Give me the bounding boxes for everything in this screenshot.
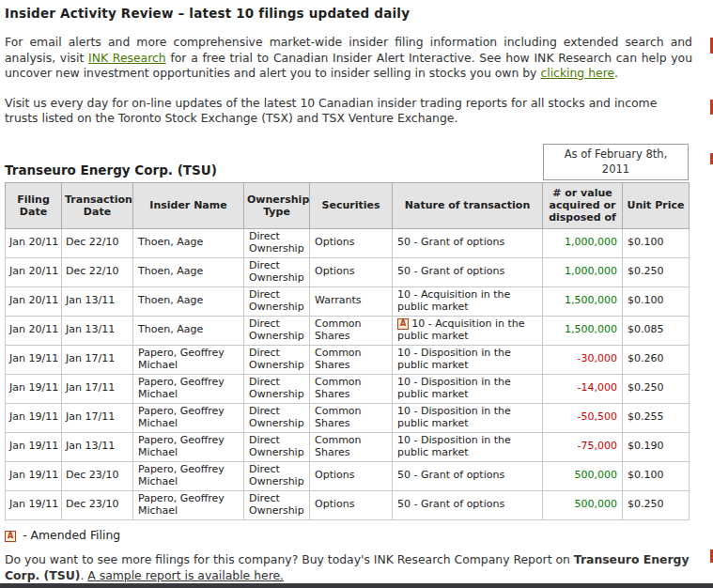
cell-transaction-date: Dec 22/10 bbox=[62, 257, 133, 286]
cell-unit-price: $0.100 bbox=[623, 228, 690, 257]
cell-securities: Common Shares bbox=[310, 316, 393, 345]
table-row: Jan 20/11 Jan 13/11 Thoen, Aage Direct O… bbox=[6, 286, 690, 316]
nature-text: 50 - Grant of options bbox=[397, 498, 504, 510]
cell-filing-date: Jan 19/11 bbox=[6, 374, 62, 403]
cell-ownership-type: Direct Ownership bbox=[244, 228, 310, 257]
cell-insider-name: Thoen, Aage bbox=[133, 257, 244, 286]
cell-unit-price: $0.255 bbox=[623, 403, 690, 432]
column-header: Ownership Type bbox=[244, 183, 310, 229]
cell-amount: 1,000,000 bbox=[543, 257, 623, 286]
sample-report-link[interactable]: A sample report is available here. bbox=[87, 568, 284, 582]
cell-ownership-type: Direct Ownership bbox=[244, 345, 310, 374]
cell-unit-price: $0.100 bbox=[623, 461, 690, 490]
cell-ownership-type: Direct Ownership bbox=[244, 490, 310, 519]
cell-transaction-date: Dec 22/10 bbox=[62, 228, 133, 257]
table-row: Jan 19/11 Dec 23/10 Papero, Geoffrey Mic… bbox=[6, 490, 690, 519]
cell-transaction-date: Jan 17/11 bbox=[62, 403, 133, 432]
cell-ownership-type: Direct Ownership bbox=[244, 316, 310, 345]
table-row: Jan 19/11 Jan 17/11 Papero, Geoffrey Mic… bbox=[6, 403, 690, 432]
cell-securities: Common Shares bbox=[310, 403, 393, 432]
cell-filing-date: Jan 20/11 bbox=[6, 286, 62, 316]
cell-ownership-type: Direct Ownership bbox=[244, 374, 310, 403]
bottom-dark-bar bbox=[0, 583, 713, 588]
cell-insider-name: Papero, Geoffrey Michael bbox=[133, 461, 244, 490]
cell-transaction-date: Jan 13/11 bbox=[62, 316, 133, 345]
cell-unit-price: $0.250 bbox=[623, 490, 690, 519]
cell-ownership-type: Direct Ownership bbox=[244, 403, 310, 432]
cell-nature: A50 - Grant of options bbox=[393, 490, 543, 519]
cell-filing-date: Jan 20/11 bbox=[6, 228, 62, 257]
cell-insider-name: Papero, Geoffrey Michael bbox=[133, 403, 244, 432]
nature-text: 50 - Grant of options bbox=[397, 469, 504, 481]
page-title: Insider Activity Review – latest 10 fili… bbox=[5, 6, 692, 21]
nature-text: 10 - Disposition in the public market bbox=[397, 405, 511, 429]
table-row: Jan 19/11 Jan 17/11 Papero, Geoffrey Mic… bbox=[6, 345, 690, 374]
footnote-text: - Amended Filing bbox=[23, 528, 120, 542]
clicking-here-link[interactable]: clicking here bbox=[540, 66, 614, 80]
insider-activity-page: Insider Activity Review – latest 10 fili… bbox=[0, 0, 713, 588]
as-of-date-box: As of February 8th, 2011 bbox=[543, 144, 689, 180]
cell-transaction-date: Jan 13/11 bbox=[62, 432, 133, 461]
ink-research-link[interactable]: INK Research bbox=[88, 51, 166, 65]
cell-filing-date: Jan 19/11 bbox=[6, 432, 62, 461]
visit-paragraph: Visit us every day for on-line updates o… bbox=[5, 96, 692, 127]
nature-text: 50 - Grant of options bbox=[397, 265, 504, 277]
outro-text-1: Do you want to see more filings for this… bbox=[5, 552, 574, 566]
cell-nature: A50 - Grant of options bbox=[393, 461, 543, 490]
cell-securities: Common Shares bbox=[310, 345, 393, 374]
cell-insider-name: Papero, Geoffrey Michael bbox=[133, 490, 244, 519]
amended-icon: A bbox=[397, 318, 409, 330]
cell-filing-date: Jan 19/11 bbox=[6, 461, 62, 490]
cell-unit-price: $0.260 bbox=[623, 345, 690, 374]
cell-securities: Options bbox=[310, 490, 393, 519]
intro-paragraph: For email alerts and more comprehensive … bbox=[5, 35, 692, 82]
cell-insider-name: Papero, Geoffrey Michael bbox=[133, 432, 244, 461]
cell-transaction-date: Dec 23/10 bbox=[62, 461, 133, 490]
amended-icon: A bbox=[5, 531, 16, 542]
cell-amount: -30,000 bbox=[543, 345, 623, 374]
intro-text-3: . bbox=[614, 66, 618, 80]
cell-securities: Options bbox=[310, 461, 393, 490]
as-of-line2: 2011 bbox=[544, 162, 688, 178]
cell-amount: -14,000 bbox=[543, 374, 623, 403]
cell-amount: 1,500,000 bbox=[543, 316, 623, 345]
column-header: Unit Price bbox=[623, 183, 690, 229]
column-header: Insider Name bbox=[133, 183, 244, 229]
cell-nature: A10 - Acquisition in the public market bbox=[393, 316, 543, 345]
nature-text: 50 - Grant of options bbox=[397, 236, 504, 248]
cell-amount: -75,000 bbox=[543, 432, 623, 461]
column-header: Transaction Date bbox=[62, 183, 133, 229]
cell-nature: A10 - Disposition in the public market bbox=[393, 403, 543, 432]
company-header: Transeuro Energy Corp. (TSU) As of Febru… bbox=[5, 144, 689, 180]
cell-ownership-type: Direct Ownership bbox=[244, 461, 310, 490]
company-name: Transeuro Energy Corp. (TSU) bbox=[5, 162, 217, 178]
as-of-line1: As of February 8th, bbox=[544, 147, 688, 162]
cell-filing-date: Jan 19/11 bbox=[6, 345, 62, 374]
cell-amount: 1,000,000 bbox=[543, 228, 623, 257]
nature-text: 10 - Acquisition in the public market bbox=[397, 317, 524, 342]
cell-amount: 1,500,000 bbox=[543, 286, 623, 316]
nature-text: 10 - Disposition in the public market bbox=[397, 376, 511, 400]
cell-filing-date: Jan 19/11 bbox=[6, 490, 62, 519]
cell-unit-price: $0.100 bbox=[623, 286, 690, 316]
table-row: Jan 20/11 Jan 13/11 Thoen, Aage Direct O… bbox=[6, 316, 690, 345]
nature-text: 10 - Disposition in the public market bbox=[397, 434, 511, 458]
cell-ownership-type: Direct Ownership bbox=[244, 257, 310, 286]
cell-amount: -50,500 bbox=[543, 403, 623, 432]
table-row: Jan 20/11 Dec 22/10 Thoen, Aage Direct O… bbox=[6, 228, 690, 257]
table-row: Jan 19/11 Jan 17/11 Papero, Geoffrey Mic… bbox=[6, 374, 690, 403]
cell-transaction-date: Dec 23/10 bbox=[62, 490, 133, 519]
cell-unit-price: $0.190 bbox=[623, 432, 690, 461]
cell-insider-name: Thoen, Aage bbox=[133, 316, 244, 345]
filings-tbody: Jan 20/11 Dec 22/10 Thoen, Aage Direct O… bbox=[6, 228, 690, 519]
outro-paragraph: Do you want to see more filings for this… bbox=[5, 551, 692, 583]
column-header: Securities bbox=[310, 183, 393, 229]
filings-header-row: Filing DateTransaction DateInsider NameO… bbox=[6, 183, 690, 229]
column-header: Filing Date bbox=[6, 183, 62, 229]
cell-ownership-type: Direct Ownership bbox=[244, 286, 310, 316]
cell-nature: A10 - Disposition in the public market bbox=[393, 345, 543, 374]
cell-filing-date: Jan 20/11 bbox=[6, 257, 62, 286]
cell-amount: 500,000 bbox=[543, 461, 623, 490]
cell-amount: 500,000 bbox=[543, 490, 623, 519]
cell-nature: A10 - Disposition in the public market bbox=[393, 374, 543, 403]
